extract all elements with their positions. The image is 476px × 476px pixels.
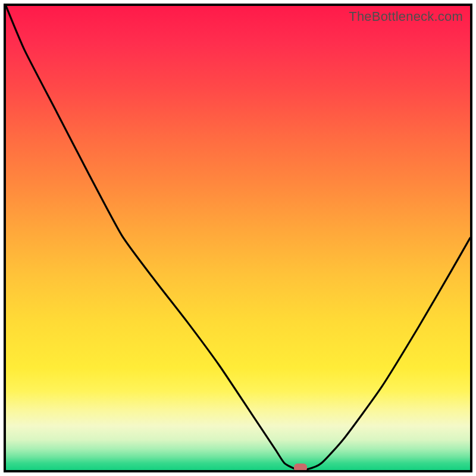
chart-frame: TheBottleneck.com (4, 4, 472, 472)
optimum-marker (294, 464, 307, 472)
watermark-text: TheBottleneck.com (349, 9, 463, 24)
plot-area: TheBottleneck.com (6, 6, 470, 470)
bottleneck-curve (6, 6, 470, 470)
